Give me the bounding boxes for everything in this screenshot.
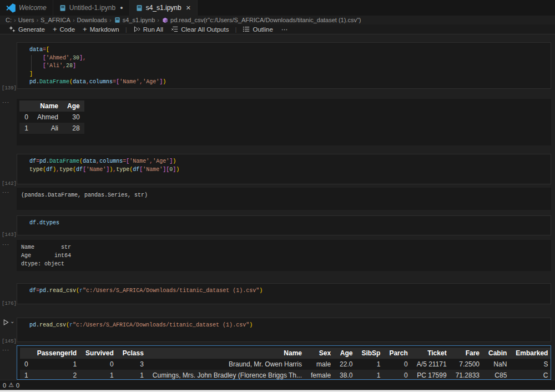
more-actions-icon[interactable]: ⋯ <box>277 26 293 33</box>
clear-all-icon <box>171 26 178 33</box>
execution-count: [176] <box>2 301 17 306</box>
tab-bar: Welcome Untitled-1.ipynb ● s4_s1.ipynb ✕ <box>0 0 555 16</box>
breadcrumb: C: › Users › S_AFRICA › Downloads › s4_s… <box>0 16 555 24</box>
dataframe-table: NameAge0Ahmed301Ali28 <box>19 100 84 134</box>
sparkle-icon <box>8 26 16 33</box>
play-icon <box>2 319 9 326</box>
notebook-file-icon <box>114 17 120 23</box>
notebook-editor: data=[ ['Ahmed',30], ['Ali',28] ] pd.Dat… <box>0 34 555 380</box>
code-editor[interactable]: data=[ ['Ahmed',30], ['Ali',28] ] pd.Dat… <box>17 43 551 87</box>
table-row: 0Ahmed30 <box>19 112 84 123</box>
table-header-row: PassengerIdSurvivedPclassNameSexAgeSibSp… <box>20 348 551 359</box>
notebook-file-icon <box>136 4 143 12</box>
code-editor[interactable]: df=pd.read_csv(r"c:/Users/S_AFRICA/Downl… <box>17 284 551 295</box>
code-cell-3[interactable]: df.dtypes <box>17 215 551 235</box>
breadcrumb-symbol[interactable]: pd.read_csv(r"c:/Users/S_AFRICA/Download… <box>170 17 361 23</box>
table-row: 1Ali28 <box>19 123 84 134</box>
unsaved-dot-icon: ● <box>120 6 123 11</box>
breadcrumb-notebook-file[interactable]: s4_s1.ipynb <box>122 17 156 23</box>
output-gutter-menu-icon[interactable]: ··· <box>2 190 9 195</box>
execution-count: [142] <box>2 181 17 187</box>
breadcrumb-s-africa[interactable]: S_AFRICA <box>40 17 71 23</box>
code-cell-5[interactable]: pd.read_csv(r"c:/Users/S_AFRICA/Download… <box>17 318 551 342</box>
code-cell-1[interactable]: data=[ ['Ahmed',30], ['Ali',28] ] pd.Dat… <box>17 42 551 89</box>
chevron-right-icon: › <box>155 17 161 23</box>
add-code-cell-button[interactable]: + Code <box>49 26 79 33</box>
vscode-logo-icon <box>6 3 16 13</box>
text-output: (pandas.DataFrame, pandas.Series, str) <box>17 188 551 199</box>
tab-untitled-1[interactable]: Untitled-1.ipynb ● <box>53 0 130 16</box>
text-output: Name str Age int64 dtype: object <box>17 240 551 268</box>
toolbar-divider: | <box>233 26 239 33</box>
dataframe-table: PassengerIdSurvivedPclassNameSexAgeSibSp… <box>20 348 551 380</box>
code-cell-4[interactable]: df=pd.read_csv(r"c:/Users/S_AFRICA/Downl… <box>17 283 551 304</box>
status-bar: 0 ⚠ 0 <box>0 380 555 390</box>
output-gutter-menu-icon[interactable]: ··· <box>2 348 9 353</box>
code-editor[interactable]: df.dtypes <box>17 216 551 228</box>
indent-guide <box>31 55 32 71</box>
toolbar-divider: | <box>123 26 129 33</box>
cell-output-3: Name str Age int64 dtype: object <box>17 240 551 271</box>
generate-button[interactable]: Generate <box>4 26 49 33</box>
tab-s4-s1[interactable]: s4_s1.ipynb ✕ <box>130 0 198 16</box>
breadcrumb-users[interactable]: Users <box>18 17 35 23</box>
table-header-row: NameAge <box>19 100 84 112</box>
code-editor[interactable]: df=pd.DataFrame(data,columns=['Name','Ag… <box>17 154 551 174</box>
output-gutter-menu-icon[interactable]: ··· <box>2 242 9 248</box>
chevron-right-icon: › <box>71 17 77 23</box>
breadcrumb-drive[interactable]: C: <box>5 17 12 23</box>
tab-label: Welcome <box>19 4 47 12</box>
notebook-toolbar: Generate + Code + Markdown | Run All Cle… <box>0 24 555 34</box>
execution-count: [143] <box>2 232 17 238</box>
chevron-right-icon: › <box>108 17 113 23</box>
plus-icon: + <box>53 26 57 33</box>
bottom-strip <box>0 390 555 392</box>
breadcrumb-downloads[interactable]: Downloads <box>77 17 108 23</box>
cell-output-2: (pandas.DataFrame, pandas.Series, str) <box>17 188 551 210</box>
tab-welcome[interactable]: Welcome <box>0 0 53 16</box>
tab-label: s4_s1.ipynb <box>146 4 181 12</box>
close-tab-icon[interactable]: ✕ <box>186 5 191 11</box>
code-cell-2[interactable]: df=pd.DataFrame(data,columns=['Name','Ag… <box>17 154 551 184</box>
outline-button[interactable]: Outline <box>239 26 276 33</box>
chevron-right-icon: › <box>12 17 18 23</box>
output-gutter-menu-icon[interactable]: ··· <box>2 100 9 105</box>
cell-output-5: PassengerIdSurvivedPclassNameSexAgeSibSp… <box>17 345 551 380</box>
symbol-method-icon <box>162 17 168 23</box>
problems-counter[interactable]: 0 ⚠ 0 <box>3 382 19 389</box>
code-editor[interactable]: pd.read_csv(r"c:/Users/S_AFRICA/Download… <box>17 318 551 330</box>
execution-count: [139] <box>2 86 17 91</box>
chevron-right-icon: › <box>34 17 40 23</box>
table-row: 1211Cumings, Mrs. John Bradley (Florence… <box>20 370 551 380</box>
add-markdown-cell-button[interactable]: + Markdown <box>79 26 123 33</box>
warnings-count: 0 <box>16 382 19 389</box>
run-cell-button[interactable]: ⌄ <box>2 319 14 326</box>
errors-count: 0 <box>3 382 6 389</box>
notebook-file-icon <box>59 4 66 12</box>
run-all-button[interactable]: Run All <box>129 26 167 33</box>
list-outline-icon <box>243 26 250 33</box>
execution-count: [145] <box>2 339 17 344</box>
tab-label: Untitled-1.ipynb <box>69 4 115 12</box>
run-all-icon <box>133 26 140 33</box>
clear-all-outputs-button[interactable]: Clear All Outputs <box>167 26 233 33</box>
table-row: 0103Braund, Mr. Owen Harrismale22.010A/5… <box>20 359 551 370</box>
chevron-down-icon[interactable]: ⌄ <box>10 319 14 324</box>
warning-icon: ⚠ <box>8 382 14 388</box>
cell-output-1: NameAge0Ahmed301Ali28 <box>17 99 551 145</box>
plus-icon: + <box>83 26 87 33</box>
